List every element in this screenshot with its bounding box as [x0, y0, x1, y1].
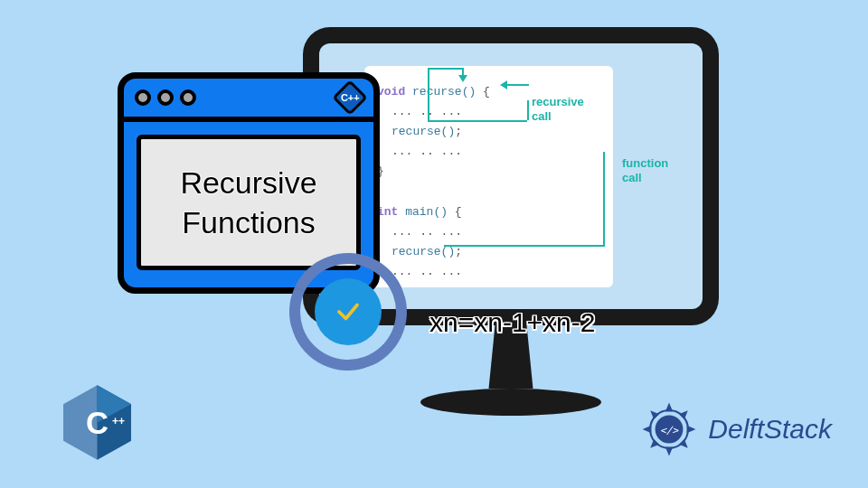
cpp-logo-icon: C ++ — [63, 384, 131, 461]
cycle-checkmark-icon — [289, 253, 407, 371]
topic-title: Recursive Functions — [137, 135, 361, 270]
traffic-lights — [135, 89, 196, 106]
recursive-call-label: recursive call — [532, 95, 584, 123]
delftstack-emblem-icon: </> — [637, 398, 701, 461]
cpp-logo-text: C — [86, 406, 108, 440]
svg-text:++: ++ — [112, 415, 125, 427]
delftstack-text: DelftStack — [708, 414, 832, 445]
traffic-dot — [135, 89, 151, 106]
cpp-badge-icon: C++ — [332, 80, 368, 116]
svg-text:</>: </> — [660, 425, 679, 436]
function-call-label: function call — [622, 156, 668, 184]
monitor-base — [420, 389, 601, 416]
traffic-dot — [157, 89, 174, 106]
traffic-dot — [180, 89, 196, 106]
gear-check-icon — [315, 278, 382, 345]
titlebar: C++ — [124, 79, 373, 122]
recurrence-formula: xn=xn-1+xn-2 — [429, 307, 595, 338]
delftstack-logo: </> DelftStack — [637, 398, 832, 461]
